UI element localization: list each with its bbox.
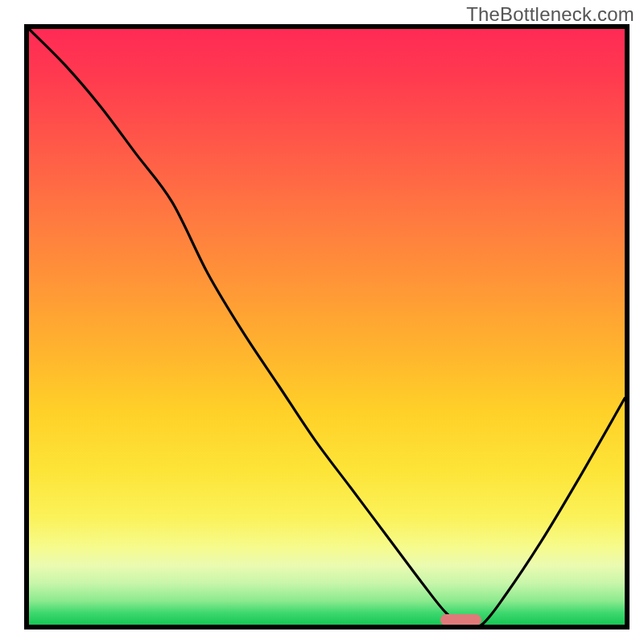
chart-frame bbox=[24, 24, 630, 630]
bottleneck-curve bbox=[29, 29, 625, 625]
curve-path bbox=[29, 29, 625, 625]
optimal-marker bbox=[440, 614, 482, 625]
watermark-text: TheBottleneck.com bbox=[466, 3, 634, 26]
